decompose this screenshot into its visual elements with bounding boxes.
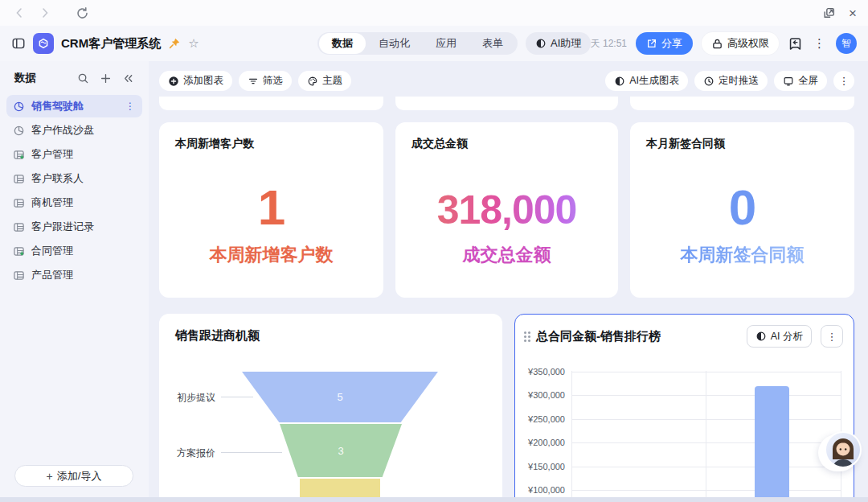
fullscreen-label: 全屏 (798, 74, 818, 88)
add-chart-label: 添加图表 (183, 74, 223, 88)
stat-card-value: 1 (159, 179, 383, 236)
share-icon (646, 38, 657, 49)
sidebar-item-product-management[interactable]: 产品管理 (6, 264, 142, 286)
y-axis-tick: ¥100,000 (523, 485, 565, 495)
clock-icon (703, 76, 714, 87)
scheduled-push-label: 定时推送 (719, 74, 759, 88)
ai-circle-icon (755, 331, 767, 342)
refresh-icon[interactable] (74, 5, 90, 21)
partial-card (630, 97, 854, 110)
y-axis-tick: ¥250,000 (523, 414, 565, 424)
y-axis-tick: ¥350,000 (523, 367, 565, 376)
toolbar-more-button[interactable]: ⋮ (833, 71, 854, 91)
fullscreen-icon (783, 76, 794, 87)
gridline (571, 371, 572, 502)
fullscreen-button[interactable]: 全屏 (774, 71, 827, 91)
y-axis-tick: ¥150,000 (523, 462, 565, 471)
collapse-sidebar-icon[interactable] (122, 72, 134, 84)
sidebar-item-opportunity-management[interactable]: 商机管理 (6, 191, 142, 214)
dashboard-canvas: 添加图表 筛选 主题 AI生成图表 定时推送 全屏 (149, 61, 868, 502)
funnel-chart-title: 销售跟进商机额 (175, 328, 260, 344)
funnel-segment-value: 3 (338, 445, 343, 457)
user-avatar[interactable]: 智 (836, 33, 857, 54)
ai-generate-chart-button[interactable]: AI生成图表 (605, 71, 688, 91)
table-icon (13, 270, 25, 282)
bar-chart-title: 总合同金额-销售排行榜 (536, 329, 661, 344)
assistant-avatar[interactable] (818, 430, 863, 473)
stat-card-label: 本周新签合同额 (630, 243, 854, 267)
lock-icon (711, 38, 723, 50)
popout-icon[interactable] (822, 6, 836, 20)
gridline (571, 372, 841, 372)
sidebar-item-label: 销售驾驶舱 (31, 99, 84, 113)
theme-button[interactable]: 主题 (298, 71, 351, 91)
share-button[interactable]: 分享 (636, 32, 693, 55)
sidebar-item-label: 客户跟进记录 (31, 220, 94, 234)
tab-forms[interactable]: 表单 (469, 33, 516, 54)
stat-card-value: 0 (630, 179, 854, 236)
panel-toggle-icon[interactable] (11, 36, 26, 51)
ai-analyze-button[interactable]: AI 分析 (747, 325, 812, 348)
sidebar-item-sales-dashboard[interactable]: 销售驾驶舱 ⋮ (6, 95, 142, 117)
sidebar-item-contract-management[interactable]: 合同管理 (6, 240, 142, 262)
advanced-permission-button[interactable]: 高级权限 (702, 32, 779, 55)
back-icon[interactable] (11, 5, 27, 21)
gridline (571, 395, 841, 396)
add-chart-button[interactable]: 添加图表 (159, 71, 232, 91)
header-tabs: 数据 自动化 应用 表单 AI助理 (317, 32, 591, 55)
stat-card-title: 本月新签合同额 (646, 137, 725, 151)
bar-total-contract (755, 386, 789, 502)
funnel-label-line (221, 397, 253, 397)
funnel-segment-value: 5 (337, 391, 342, 403)
window-bottom-edge (0, 497, 868, 502)
add-import-button[interactable]: + 添加/导入 (14, 465, 133, 487)
sidebar-item-customer-battle-map[interactable]: 客户作战沙盘 (6, 119, 142, 142)
advanced-permission-label: 高级权限 (727, 36, 769, 51)
item-more-icon[interactable]: ⋮ (125, 101, 135, 112)
favorite-star-icon[interactable]: ☆ (188, 36, 199, 51)
tab-group: 数据 自动化 应用 表单 (317, 32, 518, 55)
theme-label: 主题 (322, 74, 342, 88)
filter-button[interactable]: 筛选 (239, 71, 292, 91)
sidebar: 数据 销售驾驶舱 ⋮ 客户作战沙盘 客户管理 客户联系人 商机管理 (0, 61, 149, 502)
stat-card-total-deal-amount[interactable]: 成交总金额 318,000 成交总金额 (395, 122, 618, 298)
version-history-icon[interactable] (788, 36, 803, 51)
table-icon (13, 197, 25, 209)
drag-handle-icon[interactable] (524, 331, 526, 334)
sidebar-item-followup-records[interactable]: 客户跟进记录 (6, 216, 142, 238)
tab-apps[interactable]: 应用 (423, 33, 469, 54)
ai-assistant-label: AI助理 (551, 36, 581, 51)
ai-analyze-label: AI 分析 (771, 330, 803, 344)
search-icon[interactable] (77, 72, 89, 84)
partial-card (395, 97, 618, 110)
sidebar-item-label: 产品管理 (31, 268, 73, 282)
add-import-label: 添加/导入 (57, 469, 102, 483)
plus-icon: + (47, 470, 53, 483)
sidebar-item-customer-management[interactable]: 客户管理 (6, 143, 142, 166)
table-icon (13, 221, 25, 233)
stat-card-new-customers[interactable]: 本周新增客户数 1 本周新增客户数 (159, 122, 383, 298)
palette-icon (307, 76, 318, 87)
add-icon[interactable] (100, 72, 112, 84)
tab-data[interactable]: 数据 (319, 33, 366, 54)
scheduled-push-button[interactable]: 定时推送 (694, 71, 768, 91)
ai-assistant-button[interactable]: AI助理 (526, 32, 591, 55)
chart-more-button[interactable]: ⋮ (821, 325, 843, 348)
y-axis-tick: ¥200,000 (523, 438, 565, 447)
gridline (571, 467, 841, 467)
sidebar-title: 数据 (14, 71, 36, 85)
app-logo (33, 33, 54, 54)
funnel-chart-card[interactable]: 销售跟进商机额 初步提议 方案报价 5 3 (159, 314, 502, 502)
sidebar-item-customer-contacts[interactable]: 客户联系人 (6, 167, 142, 190)
plus-circle-icon (168, 76, 179, 87)
forward-icon[interactable] (37, 5, 53, 21)
header-more-icon[interactable]: ⋮ (812, 36, 827, 51)
close-icon[interactable]: × (849, 6, 857, 20)
tab-automation[interactable]: 自动化 (366, 33, 423, 54)
pin-icon[interactable] (168, 37, 181, 50)
y-axis-tick: ¥300,000 (523, 390, 565, 400)
stat-card-new-contract-amount[interactable]: 本月新签合同额 0 本周新签合同额 (630, 122, 854, 298)
ai-generate-label: AI生成图表 (629, 74, 679, 88)
gridline (571, 419, 841, 420)
bar-chart-card[interactable]: 总合同金额-销售排行榜 AI 分析 ⋮ ¥350,000 ¥300,000 ¥2… (514, 314, 854, 502)
